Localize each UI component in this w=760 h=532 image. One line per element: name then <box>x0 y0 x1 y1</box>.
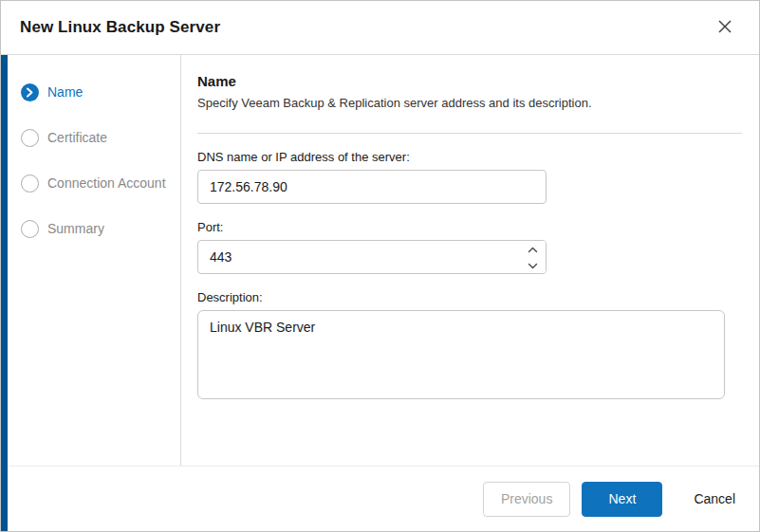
step-pending-icon <box>21 129 39 147</box>
cancel-button[interactable]: Cancel <box>690 482 739 517</box>
port-field-label: Port: <box>197 220 742 234</box>
dialog-title: New Linux Backup Server <box>20 18 220 37</box>
port-increment-button[interactable] <box>519 241 546 257</box>
description-textarea[interactable]: Linux VBR Server <box>197 310 725 399</box>
description-field-label: Description: <box>197 290 742 304</box>
step-pending-icon <box>21 220 39 238</box>
port-input[interactable] <box>197 240 547 274</box>
step-label: Connection Account <box>47 175 166 191</box>
close-icon <box>718 20 732 36</box>
page-title: Name <box>197 73 742 89</box>
content-divider <box>197 133 742 134</box>
port-stepper <box>519 241 546 273</box>
next-button[interactable]: Next <box>582 482 662 517</box>
step-item-connection-account[interactable]: Connection Account <box>21 169 171 197</box>
dns-field-label: DNS name or IP address of the server: <box>197 150 742 164</box>
step-label: Certificate <box>47 130 107 145</box>
step-item-summary[interactable]: Summary <box>21 214 171 243</box>
new-linux-backup-server-dialog: New Linux Backup Server Name <box>0 0 760 532</box>
step-label: Summary <box>47 221 104 236</box>
chevron-down-icon <box>528 258 538 272</box>
step-label: Name <box>47 84 83 100</box>
step-pending-icon <box>21 174 39 193</box>
page-subtitle: Specify Veeam Backup & Replication serve… <box>197 96 742 110</box>
dns-address-input[interactable] <box>197 170 547 204</box>
step-content-panel: Name Specify Veeam Backup & Replication … <box>181 55 759 466</box>
chevron-up-icon <box>528 242 538 256</box>
dialog-footer: Previous Next Cancel <box>1 466 759 531</box>
wizard-accent-stripe <box>1 55 8 531</box>
port-field <box>197 240 547 274</box>
dialog-header: New Linux Backup Server <box>1 1 759 55</box>
step-active-icon <box>21 83 39 101</box>
wizard-steps-sidebar: Name Certificate Connection Account Summ… <box>1 55 181 466</box>
close-button[interactable] <box>712 14 738 41</box>
port-decrement-button[interactable] <box>519 257 546 273</box>
dialog-body: Name Certificate Connection Account Summ… <box>1 55 759 466</box>
step-item-certificate[interactable]: Certificate <box>21 123 171 152</box>
step-item-name[interactable]: Name <box>21 78 171 106</box>
previous-button[interactable]: Previous <box>483 482 570 517</box>
